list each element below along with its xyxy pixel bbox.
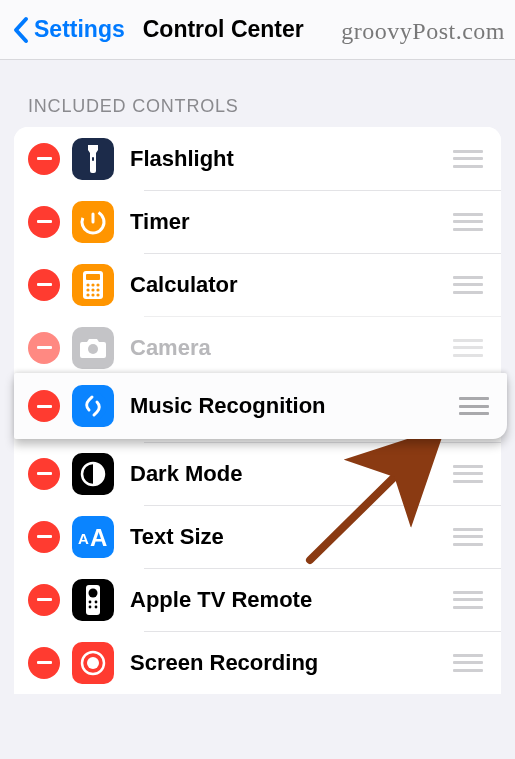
control-label: Music Recognition [130, 393, 459, 419]
remove-button[interactable] [28, 390, 60, 422]
remove-button[interactable] [28, 143, 60, 175]
remove-button[interactable] [28, 332, 60, 364]
svg-rect-3 [86, 274, 100, 280]
control-label: Flashlight [130, 146, 453, 172]
svg-point-22 [95, 605, 98, 608]
control-label: Dark Mode [130, 461, 453, 487]
svg-point-9 [96, 288, 99, 291]
svg-point-21 [89, 605, 92, 608]
reorder-handle[interactable] [453, 339, 483, 357]
remove-button[interactable] [28, 521, 60, 553]
control-label: Calculator [130, 272, 453, 298]
chevron-left-icon [12, 16, 30, 44]
calculator-icon [72, 264, 114, 306]
reorder-handle[interactable] [453, 213, 483, 231]
control-row-music-recognition-dragging[interactable]: Music Recognition [14, 373, 507, 439]
control-row-apple-tv-remote[interactable]: Apple TV Remote [14, 568, 501, 631]
control-row-text-size[interactable]: AA Text Size [14, 505, 501, 568]
screen-recording-icon [72, 642, 114, 684]
control-label: Screen Recording [130, 650, 453, 676]
reorder-handle[interactable] [453, 654, 483, 672]
svg-point-13 [88, 344, 98, 354]
apple-tv-remote-icon [72, 579, 114, 621]
svg-point-6 [96, 283, 99, 286]
svg-rect-0 [92, 157, 94, 161]
text-size-icon: AA [72, 516, 114, 558]
back-label: Settings [34, 16, 125, 43]
control-row-dark-mode[interactable]: Dark Mode [14, 442, 501, 505]
reorder-handle[interactable] [453, 150, 483, 168]
svg-point-8 [91, 288, 94, 291]
control-label: Apple TV Remote [130, 587, 453, 613]
reorder-handle[interactable] [453, 465, 483, 483]
reorder-handle[interactable] [453, 276, 483, 294]
remove-button[interactable] [28, 584, 60, 616]
section-header-included-controls: INCLUDED CONTROLS [0, 60, 515, 127]
remove-button[interactable] [28, 269, 60, 301]
page-title: Control Center [143, 16, 304, 43]
svg-point-24 [87, 657, 99, 669]
svg-point-18 [89, 588, 98, 597]
svg-text:A: A [78, 530, 89, 547]
svg-point-4 [86, 283, 89, 286]
control-label: Camera [130, 335, 453, 361]
included-controls-list: Flashlight Timer Calculator Camera [14, 127, 501, 694]
control-label: Timer [130, 209, 453, 235]
reorder-handle[interactable] [459, 397, 489, 415]
back-button[interactable]: Settings [12, 16, 125, 44]
remove-button[interactable] [28, 647, 60, 679]
svg-point-12 [96, 293, 99, 296]
navbar: Settings Control Center [0, 0, 515, 60]
control-row-screen-recording[interactable]: Screen Recording [14, 631, 501, 694]
dark-mode-icon [72, 453, 114, 495]
control-row-camera[interactable]: Camera [14, 316, 501, 379]
svg-point-7 [86, 288, 89, 291]
camera-icon [72, 327, 114, 369]
shazam-icon [72, 385, 114, 427]
svg-point-10 [86, 293, 89, 296]
reorder-handle[interactable] [453, 528, 483, 546]
control-row-calculator[interactable]: Calculator [14, 253, 501, 316]
svg-point-19 [89, 600, 92, 603]
svg-point-11 [91, 293, 94, 296]
control-row-flashlight[interactable]: Flashlight [14, 127, 501, 190]
reorder-handle[interactable] [453, 591, 483, 609]
control-label: Text Size [130, 524, 453, 550]
remove-button[interactable] [28, 458, 60, 490]
control-row-timer[interactable]: Timer [14, 190, 501, 253]
svg-text:A: A [90, 524, 107, 550]
svg-point-20 [95, 600, 98, 603]
timer-icon [72, 201, 114, 243]
remove-button[interactable] [28, 206, 60, 238]
svg-point-5 [91, 283, 94, 286]
flashlight-icon [72, 138, 114, 180]
